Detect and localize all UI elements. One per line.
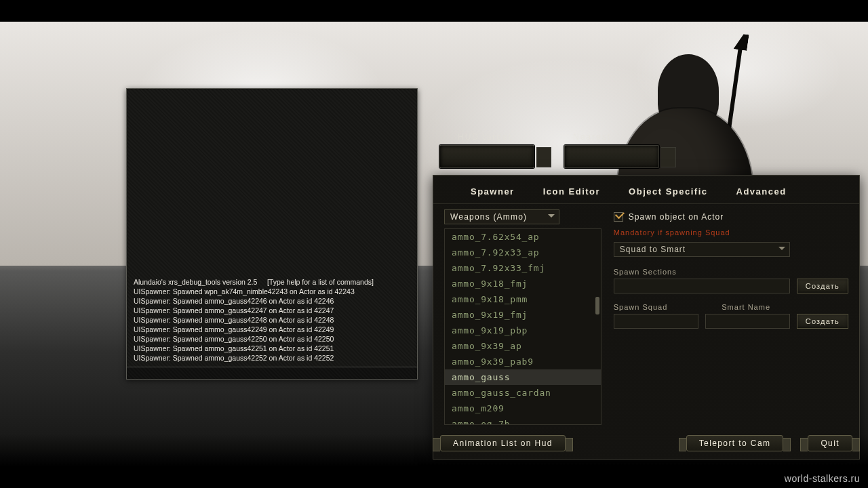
mandatory-note: Mandatory if spawning Squad (614, 228, 848, 237)
chevron-down-icon (778, 247, 785, 253)
checkbox-icon (614, 212, 623, 222)
list-item[interactable]: ammo_9x19_pbp (445, 323, 601, 338)
spawn-on-actor-label: Spawn object on Actor (629, 212, 724, 222)
spawn-squad-label: Spawn Squad (614, 303, 668, 311)
spawn-sections-label: Spawn Sections (614, 268, 848, 276)
smart-name-label: Smart Name (722, 303, 770, 311)
list-item[interactable]: ammo_gauss_cardan (445, 385, 601, 401)
hud-label-right: Nearest (573, 132, 611, 142)
spawn-squad-input[interactable] (614, 314, 698, 329)
hud-labels: HUD target Nearest (458, 132, 611, 142)
list-item[interactable]: ammo_9x18_pmm (445, 291, 601, 307)
list-item[interactable]: ammo_9x18_fmj (445, 276, 601, 291)
tab-advanced[interactable]: Advanced (736, 186, 787, 197)
list-item[interactable]: ammo_7.62x54_ap (445, 229, 601, 245)
animation-list-button[interactable]: Animation List on Hud (440, 435, 566, 451)
console-input[interactable] (127, 367, 417, 379)
hud-label-left: HUD target (458, 132, 512, 142)
quit-button[interactable]: Quit (808, 435, 852, 451)
create-squad-button[interactable]: Создать (797, 314, 848, 329)
tab-bar: SpawnerIcon EditorObject SpecificAdvance… (433, 176, 859, 204)
letterbox-bottom (0, 466, 868, 488)
hud-nearest-box (564, 145, 659, 168)
tab-object-specific[interactable]: Object Specific (629, 186, 707, 197)
spawn-on-actor-checkbox[interactable]: Spawn object on Actor (614, 212, 848, 222)
spawn-sections-input[interactable] (614, 279, 790, 293)
watermark: world-stalkers.ru (785, 473, 860, 484)
hud-target-box (439, 145, 534, 168)
teleport-to-cam-button[interactable]: Teleport to Cam (686, 435, 784, 451)
squad-to-smart-select[interactable]: Squad to Smart (614, 242, 790, 257)
tab-icon-editor[interactable]: Icon Editor (543, 186, 600, 197)
list-item[interactable]: ammo_m209 (445, 401, 601, 416)
list-item[interactable]: ammo_7.92x33_ap (445, 245, 601, 260)
chevron-down-icon (548, 214, 555, 221)
category-select-value: Weapons (Ammo) (450, 212, 527, 222)
console-log: Alundaio's xrs_debug_tools version 2.5 [… (134, 277, 410, 363)
debug-panel: SpawnerIcon EditorObject SpecificAdvance… (433, 175, 860, 460)
panel-bottom-bar: Animation List on Hud Teleport to Cam Qu… (440, 433, 852, 453)
list-item[interactable]: ammo_og-7b (445, 416, 601, 425)
squad-to-smart-label: Squad to Smart (620, 245, 686, 254)
smart-name-input[interactable] (705, 314, 790, 329)
list-item[interactable]: ammo_9x39_pab9 (445, 354, 601, 369)
create-sections-button[interactable]: Создать (797, 279, 848, 293)
tab-spawner[interactable]: Spawner (471, 186, 515, 197)
debug-console: Alundaio's xrs_debug_tools version 2.5 [… (126, 88, 418, 380)
letterbox-top (0, 0, 868, 22)
list-scrollbar[interactable] (595, 297, 599, 314)
list-item[interactable]: ammo_gauss (445, 369, 601, 385)
list-item[interactable]: ammo_7.92x33_fmj (445, 260, 601, 276)
category-select[interactable]: Weapons (Ammo) (444, 209, 559, 224)
spawn-item-list[interactable]: ammo_7.62x54_apammo_7.92x33_apammo_7.92x… (444, 228, 601, 425)
list-item[interactable]: ammo_9x39_ap (445, 338, 601, 354)
list-item[interactable]: ammo_9x19_fmj (445, 307, 601, 323)
